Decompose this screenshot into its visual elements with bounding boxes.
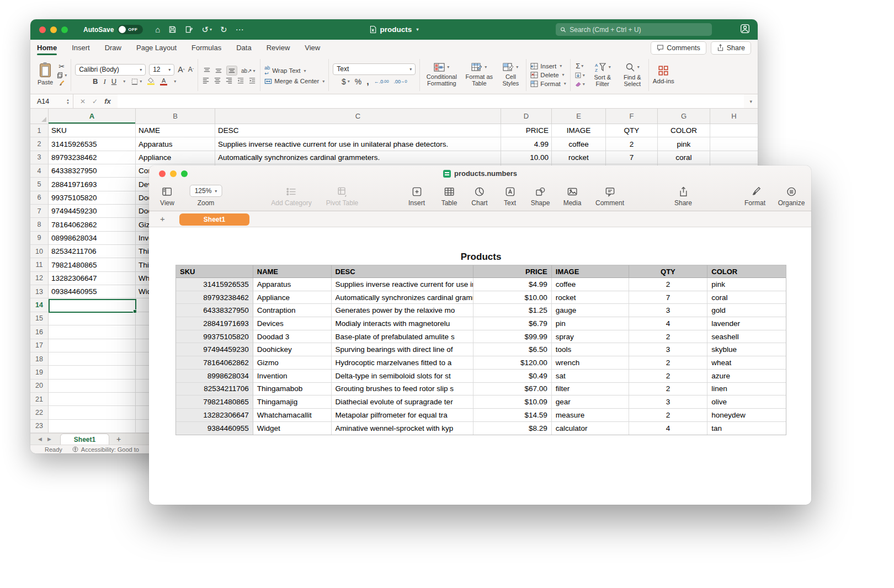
decrease-decimal-button[interactable]: .00→0 xyxy=(394,79,407,84)
cell[interactable]: 2 xyxy=(606,137,658,151)
cell[interactable] xyxy=(710,137,758,151)
fill-color-button[interactable] xyxy=(147,78,155,85)
table-cell[interactable]: $10.09 xyxy=(473,395,552,409)
table-cell[interactable]: $99.99 xyxy=(473,330,552,344)
cell[interactable]: coffee xyxy=(552,137,606,151)
table-cell[interactable]: gold xyxy=(707,304,786,317)
cell[interactable]: 99375105820 xyxy=(49,191,136,205)
comma-style-button[interactable]: , xyxy=(366,77,369,87)
table-cell[interactable]: 4 xyxy=(629,317,708,330)
table-title[interactable]: Products xyxy=(175,252,786,263)
align-right-button[interactable] xyxy=(225,77,233,84)
row-header[interactable]: 9 xyxy=(30,232,49,245)
row-header[interactable]: 1 xyxy=(30,124,49,137)
table-cell[interactable]: 3 xyxy=(629,395,708,409)
table-cell[interactable]: skyblue xyxy=(707,343,786,356)
document-title[interactable]: products ▾ xyxy=(370,19,419,40)
column-header[interactable]: C xyxy=(215,109,501,124)
table-cell[interactable]: coffee xyxy=(552,278,629,291)
organize-button[interactable]: Organize xyxy=(778,186,805,207)
cell[interactable]: Automatically synchronizes cardinal gram… xyxy=(215,151,501,164)
decrease-font-button[interactable]: Aˇ xyxy=(188,66,194,73)
table-cell[interactable]: Automatically synchronizes cardinal gram… xyxy=(332,291,474,304)
table-cell[interactable]: Diathecial evolute of supragrade ter xyxy=(332,395,474,409)
autosum-button[interactable]: Σ▾ xyxy=(576,62,583,70)
table-header-cell[interactable]: PRICE xyxy=(473,265,552,278)
table-cell[interactable]: $10.00 xyxy=(473,291,552,304)
table-cell[interactable]: 8998628034 xyxy=(176,370,253,383)
table-cell[interactable]: olive xyxy=(707,395,786,409)
text-button[interactable]: Text xyxy=(504,186,516,207)
table-cell[interactable]: 79821480865 xyxy=(176,395,253,409)
table-cell[interactable]: $6.79 xyxy=(473,317,552,330)
table-cell[interactable]: pin xyxy=(552,317,629,330)
table-cell[interactable]: gear xyxy=(552,395,629,409)
table-cell[interactable]: wheat xyxy=(707,356,786,370)
table-cell[interactable]: pink xyxy=(707,278,786,291)
save-as-icon[interactable] xyxy=(185,25,193,34)
table-cell[interactable]: Thingamabob xyxy=(253,383,332,396)
row-header[interactable]: 14 xyxy=(30,298,49,312)
column-header[interactable]: E xyxy=(552,109,606,124)
table-header-cell[interactable]: DESC xyxy=(332,265,474,278)
table-cell[interactable]: 13282306647 xyxy=(176,409,253,422)
cell[interactable] xyxy=(710,124,758,137)
row-header[interactable]: 17 xyxy=(30,339,49,352)
ribbon-tab[interactable]: Review xyxy=(267,40,290,56)
account-icon[interactable] xyxy=(740,24,750,36)
cell[interactable]: pink xyxy=(658,137,710,151)
copy-button[interactable]: ▾ xyxy=(56,72,67,79)
table-cell[interactable]: Appliance xyxy=(253,291,332,304)
table-button[interactable]: Table xyxy=(441,186,457,207)
table-cell[interactable]: tan xyxy=(707,422,786,435)
select-all-corner[interactable] xyxy=(30,109,49,124)
table-cell[interactable]: $14.59 xyxy=(473,409,552,422)
row-header[interactable]: 12 xyxy=(30,272,49,285)
bold-button[interactable]: B xyxy=(93,77,98,85)
table-cell[interactable]: Delta-type in semiboloid slots for st xyxy=(332,370,474,383)
next-sheet-icon[interactable]: ▶ xyxy=(47,436,51,442)
ribbon-tab[interactable]: Data xyxy=(236,40,251,56)
cell[interactable] xyxy=(710,151,758,164)
comments-button[interactable]: Comments xyxy=(651,41,706,55)
table-cell[interactable]: 3 xyxy=(629,304,708,317)
table-cell[interactable]: Doodad 3 xyxy=(253,330,332,344)
table-cell[interactable]: tools xyxy=(552,343,629,356)
table-cell[interactable]: $1.25 xyxy=(473,304,552,317)
share-button[interactable]: Share xyxy=(674,186,692,207)
insert-button[interactable]: Insert xyxy=(408,186,425,207)
increase-decimal-button[interactable]: ←.0.00 xyxy=(374,79,389,84)
column-header[interactable]: B xyxy=(136,109,215,124)
row-header[interactable]: 23 xyxy=(30,420,49,433)
table-cell[interactable]: 2 xyxy=(629,330,708,344)
cell[interactable]: DESC xyxy=(215,124,501,137)
cell[interactable]: IMAGE xyxy=(552,124,606,137)
name-box-stepper[interactable]: ▲▼ xyxy=(66,98,70,105)
chart-button[interactable]: Chart xyxy=(471,186,487,207)
delete-cells-button[interactable]: Delete▾ xyxy=(530,72,564,78)
font-color-button[interactable]: A xyxy=(160,78,167,85)
format-painter-button[interactable] xyxy=(58,80,65,87)
cut-button[interactable]: ✂ xyxy=(58,62,65,71)
align-bottom-button[interactable] xyxy=(226,66,237,76)
cell[interactable]: 82534211706 xyxy=(49,245,136,258)
cell[interactable]: NAME xyxy=(136,124,215,137)
cell[interactable]: 28841971693 xyxy=(49,178,136,191)
fill-button[interactable]: ▾ xyxy=(574,72,585,79)
cell[interactable]: coral xyxy=(658,151,710,164)
share-button[interactable]: Share xyxy=(711,41,751,55)
table-cell[interactable]: 31415926535 xyxy=(176,278,253,291)
row-header[interactable]: 20 xyxy=(30,379,49,393)
table-cell[interactable]: measure xyxy=(552,409,629,422)
row-header[interactable]: 22 xyxy=(30,406,49,419)
decrease-indent-button[interactable] xyxy=(237,77,244,84)
align-left-button[interactable] xyxy=(202,77,210,84)
align-top-button[interactable] xyxy=(203,67,211,74)
number-format-select[interactable]: Text▾ xyxy=(333,63,416,75)
shape-button[interactable]: Shape xyxy=(531,186,550,207)
increase-font-button[interactable]: A^ xyxy=(178,65,185,74)
ribbon-tab[interactable]: Insert xyxy=(72,40,90,56)
addins-button[interactable]: Add-ins xyxy=(653,65,674,84)
cell[interactable]: Supplies inverse reactive current for us… xyxy=(215,137,501,151)
table-cell[interactable]: Whatchamacallit xyxy=(253,409,332,422)
